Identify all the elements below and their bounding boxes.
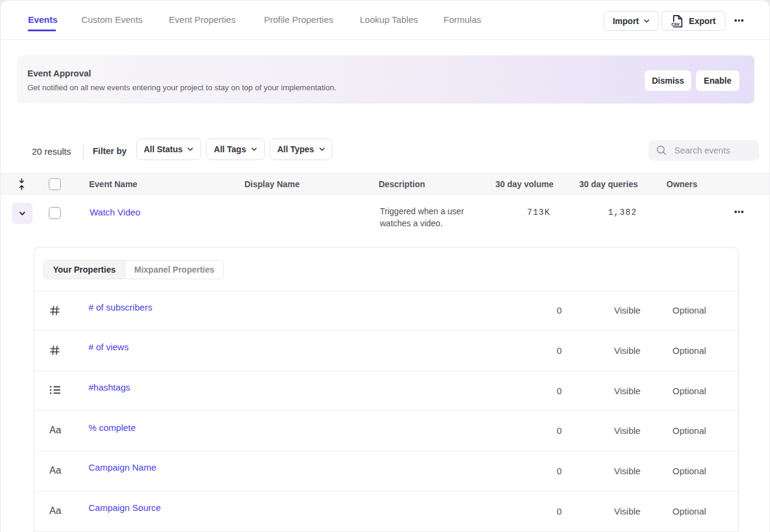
svg-text:csv: csv <box>671 21 680 26</box>
